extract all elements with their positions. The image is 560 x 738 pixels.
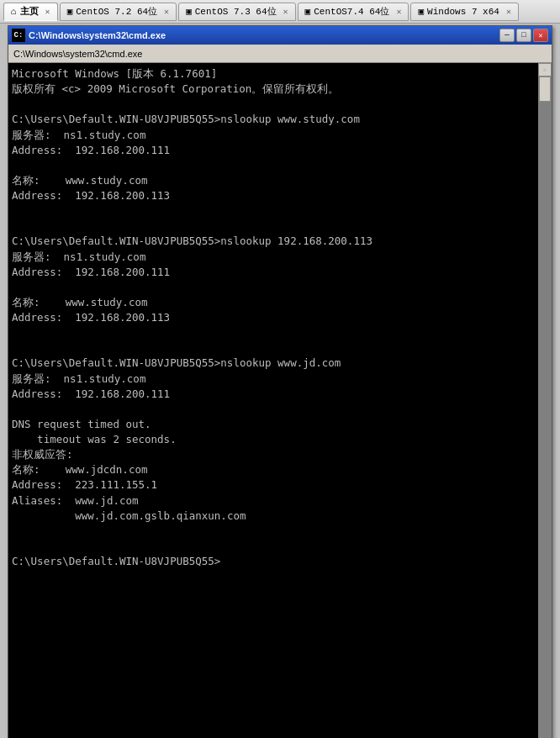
cmd-icon: C: — [12, 29, 25, 42]
tab-win7-close[interactable]: ✕ — [506, 7, 511, 17]
titlebar-left: C: C:\Windows\system32\cmd.exe — [12, 29, 166, 42]
tab-centos73-close[interactable]: ✕ — [283, 7, 288, 17]
window-title: C:\Windows\system32\cmd.exe — [29, 30, 166, 40]
titlebar-controls: ─ □ ✕ — [499, 29, 548, 42]
tab-home[interactable]: ⌂ 主页 ✕ — [3, 3, 58, 21]
tab-home-close[interactable]: ✕ — [45, 7, 50, 17]
centos72-icon: ▣ — [67, 6, 73, 17]
taskbar: ⌂ 主页 ✕ ▣ CentOS 7.2 64位 ✕ ▣ CentOS 7.3 6… — [0, 0, 560, 24]
minimize-button[interactable]: ─ — [499, 29, 515, 42]
tab-centos72-label: CentOS 7.2 64位 — [76, 5, 157, 18]
titlebar: C: C:\Windows\system32\cmd.exe ─ □ ✕ — [8, 26, 552, 45]
tab-centos73-label: CentOS 7.3 64位 — [195, 5, 277, 18]
maximize-button[interactable]: □ — [516, 29, 531, 42]
scroll-up-button[interactable]: ▲ — [538, 63, 552, 76]
address-bar: C:\Windows\system32\cmd.exe — [8, 45, 552, 63]
tab-centos74[interactable]: ▣ CentOS7.4 64位 ✕ — [298, 3, 409, 21]
terminal-content: Microsoft Windows [版本 6.1.7601] 版权所有 <c>… — [12, 66, 548, 569]
tab-centos73[interactable]: ▣ CentOS 7.3 64位 ✕ — [178, 3, 295, 21]
close-button[interactable]: ✕ — [533, 29, 548, 42]
tab-centos74-close[interactable]: ✕ — [396, 7, 401, 17]
centos74-icon: ▣ — [305, 6, 311, 17]
scrollbar: ▲ ▼ — [538, 63, 552, 738]
scrollbar-track[interactable] — [538, 76, 552, 738]
terminal-area[interactable]: Microsoft Windows [版本 6.1.7601] 版权所有 <c>… — [8, 63, 552, 738]
tab-home-label: 主页 — [20, 5, 39, 18]
tab-centos74-label: CentOS7.4 64位 — [314, 5, 389, 18]
centos73-icon: ▣ — [186, 6, 192, 17]
address-path: C:\Windows\system32\cmd.exe — [13, 49, 142, 59]
cmd-window: C: C:\Windows\system32\cmd.exe ─ □ ✕ C:\… — [8, 25, 552, 738]
tab-win7[interactable]: ▣ Windows 7 x64 ✕ — [410, 3, 518, 21]
tab-centos72[interactable]: ▣ CentOS 7.2 64位 ✕ — [60, 3, 177, 21]
tab-centos72-close[interactable]: ✕ — [164, 7, 169, 17]
home-icon: ⌂ — [11, 7, 17, 17]
tab-win7-label: Windows 7 x64 — [427, 7, 499, 17]
scrollbar-thumb[interactable] — [539, 76, 551, 102]
win7-icon: ▣ — [418, 6, 424, 17]
